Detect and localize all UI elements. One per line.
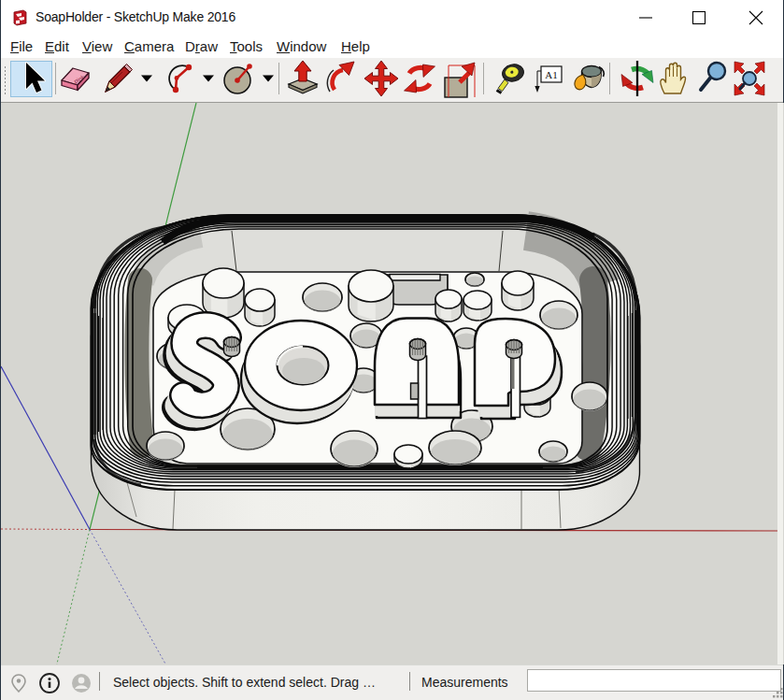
svg-text:A1: A1	[545, 69, 557, 80]
